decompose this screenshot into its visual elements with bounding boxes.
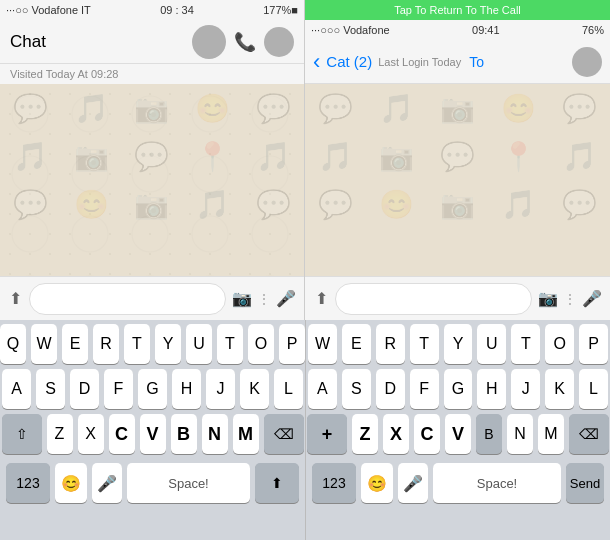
r-key-T2[interactable]: T xyxy=(511,324,540,364)
r-key-N[interactable]: N xyxy=(507,414,533,454)
message-input-left[interactable] xyxy=(29,283,226,315)
key-G[interactable]: G xyxy=(138,369,167,409)
key-X[interactable]: X xyxy=(78,414,104,454)
input-bar-right: ⬆ 📷 ⋮ 🎤 xyxy=(305,276,610,320)
space-key-right[interactable]: Space! xyxy=(433,463,561,503)
up-key-left[interactable]: ⬆ xyxy=(255,463,299,503)
call-banner[interactable]: Tap To Return To The Call xyxy=(305,0,610,20)
phone-icon-left[interactable]: 📞 xyxy=(234,31,256,53)
wa-r-icon-6: 🎵 xyxy=(305,132,366,180)
key-R[interactable]: R xyxy=(93,324,119,364)
right-phone: Tap To Return To The Call ···○○○ Vodafon… xyxy=(305,0,610,540)
key-E[interactable]: E xyxy=(62,324,88,364)
r-key-S[interactable]: S xyxy=(342,369,371,409)
wa-icon-15: 💬 xyxy=(243,180,304,228)
r-key-L[interactable]: L xyxy=(579,369,608,409)
mic-key-left[interactable]: 🎤 xyxy=(92,463,122,503)
to-label: To xyxy=(469,54,484,70)
key-C[interactable]: C xyxy=(109,414,135,454)
wa-icon-12: 😊 xyxy=(61,180,122,228)
shift-key-right[interactable]: + xyxy=(307,414,347,454)
mic-key-right[interactable]: 🎤 xyxy=(398,463,428,503)
r-key-P[interactable]: P xyxy=(579,324,608,364)
wa-icon-1: 💬 xyxy=(0,84,61,132)
mic-button-left[interactable]: 🎤 xyxy=(276,285,296,313)
r-key-O[interactable]: O xyxy=(545,324,574,364)
key-J[interactable]: J xyxy=(206,369,235,409)
key-D[interactable]: D xyxy=(70,369,99,409)
key-P[interactable]: P xyxy=(279,324,305,364)
avatar-left xyxy=(192,25,226,59)
wa-icon-4: 😊 xyxy=(182,84,243,132)
wa-icon-8: 💬 xyxy=(122,132,183,180)
wa-r-icon-12: 😊 xyxy=(366,180,427,228)
wa-icon-5: 💬 xyxy=(243,84,304,132)
wa-r-icon-3: 📷 xyxy=(427,84,488,132)
r-key-H[interactable]: H xyxy=(477,369,506,409)
wa-r-icon-9: 📍 xyxy=(488,132,549,180)
key-K[interactable]: K xyxy=(240,369,269,409)
key-T[interactable]: T xyxy=(124,324,150,364)
r-key-X[interactable]: X xyxy=(383,414,409,454)
key-Y[interactable]: Y xyxy=(155,324,181,364)
r-key-Y[interactable]: Y xyxy=(444,324,473,364)
message-input-right[interactable] xyxy=(335,283,532,315)
key-W[interactable]: W xyxy=(31,324,57,364)
camera-button-left[interactable]: 📷 xyxy=(232,285,252,313)
r-key-T[interactable]: T xyxy=(410,324,439,364)
r-key-W[interactable]: W xyxy=(308,324,337,364)
key-F[interactable]: F xyxy=(104,369,133,409)
r-key-G[interactable]: G xyxy=(444,369,473,409)
r-key-E[interactable]: E xyxy=(342,324,371,364)
key-M-left[interactable]: M xyxy=(233,414,259,454)
backspace-key-left[interactable]: ⌫ xyxy=(264,414,304,454)
num-key-left[interactable]: 123 xyxy=(6,463,50,503)
carrier-right: ···○○○ Vodafone xyxy=(311,24,390,36)
shift-key-left[interactable]: ⇧ xyxy=(2,414,42,454)
key-T2[interactable]: T xyxy=(217,324,243,364)
upload-button-left[interactable]: ⬆ xyxy=(8,285,23,313)
upload-button-right[interactable]: ⬆ xyxy=(313,285,329,313)
space-key-left[interactable]: Space! xyxy=(127,463,250,503)
r-key-D[interactable]: D xyxy=(376,369,405,409)
wa-r-icon-2: 🎵 xyxy=(366,84,427,132)
r-key-R[interactable]: R xyxy=(376,324,405,364)
r-key-F[interactable]: F xyxy=(410,369,439,409)
key-Q[interactable]: Q xyxy=(0,324,26,364)
key-Z[interactable]: Z xyxy=(47,414,73,454)
key-B[interactable]: B xyxy=(171,414,197,454)
backspace-key-right[interactable]: ⌫ xyxy=(569,414,609,454)
key-O[interactable]: O xyxy=(248,324,274,364)
key-U[interactable]: U xyxy=(186,324,212,364)
key-N[interactable]: N xyxy=(202,414,228,454)
emoji-key-right[interactable]: 😊 xyxy=(361,463,393,503)
emoji-key-left[interactable]: 😊 xyxy=(55,463,87,503)
chat-title-left: Chat xyxy=(10,32,46,52)
key-A[interactable]: A xyxy=(2,369,31,409)
key-S[interactable]: S xyxy=(36,369,65,409)
r-key-U[interactable]: U xyxy=(477,324,506,364)
left-phone: ···○○ Vodafone IT 09 : 34 177%■ Chat 📞 V… xyxy=(0,0,305,540)
key-H[interactable]: H xyxy=(172,369,201,409)
wa-icon-6: 🎵 xyxy=(0,132,61,180)
r-key-V[interactable]: V xyxy=(445,414,471,454)
r-key-Z[interactable]: Z xyxy=(352,414,378,454)
r-key-A[interactable]: A xyxy=(308,369,337,409)
r-key-J[interactable]: J xyxy=(511,369,540,409)
chat-area-right: 💬 🎵 📷 😊 💬 🎵 📷 💬 📍 🎵 💬 😊 📷 🎵 💬 xyxy=(305,84,610,276)
camera-button-right[interactable]: 📷 xyxy=(538,285,558,313)
key-V[interactable]: V xyxy=(140,414,166,454)
r-key-C[interactable]: C xyxy=(414,414,440,454)
wa-icon-14: 🎵 xyxy=(182,180,243,228)
r-key-M[interactable]: M xyxy=(538,414,564,454)
key-L[interactable]: L xyxy=(274,369,303,409)
chat-name-right[interactable]: Cat (2) xyxy=(326,53,372,70)
send-key-right[interactable]: Send xyxy=(566,463,604,503)
dots-right: ⋮ xyxy=(564,292,576,306)
wa-r-icon-5: 💬 xyxy=(549,84,610,132)
num-key-right[interactable]: 123 xyxy=(312,463,356,503)
wa-r-icon-4: 😊 xyxy=(488,84,549,132)
mic-button-right[interactable]: 🎤 xyxy=(582,285,602,313)
r-key-K[interactable]: K xyxy=(545,369,574,409)
back-chevron-icon[interactable]: ‹ xyxy=(313,49,320,75)
